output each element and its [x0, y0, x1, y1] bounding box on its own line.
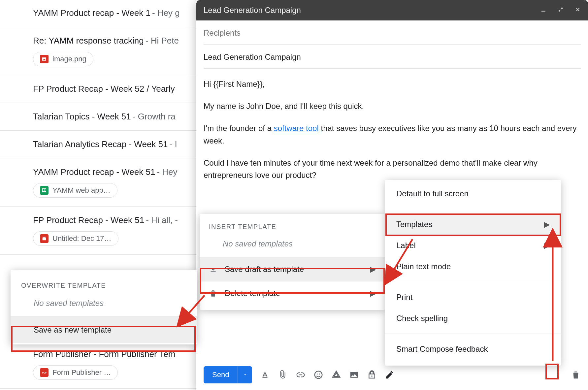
download-icon	[209, 265, 217, 274]
templates-submenu: INSERT TEMPLATE No saved templates Save …	[200, 214, 385, 310]
email-preview: - Hey	[157, 167, 177, 177]
compose-body[interactable]: Hi {{First Name}}, My name is John Doe, …	[204, 69, 581, 181]
overwrite-empty: No saved templates	[11, 294, 197, 316]
signature-icon[interactable]	[385, 370, 395, 380]
email-row[interactable]: FP Product Recap - Week 51 - Hi all, - U…	[0, 207, 201, 255]
email-row[interactable]: YAMM Product recap - Week 51 - Hey YAMM …	[0, 158, 201, 207]
email-subject: FP Product Recap - Week 52 / Yearly	[33, 84, 175, 94]
send-dropdown-icon[interactable]	[238, 366, 252, 383]
discard-icon[interactable]	[571, 370, 581, 380]
menu-plain-text[interactable]: Plain text mode	[385, 256, 561, 277]
chevron-right-icon: ▶	[544, 241, 550, 250]
body-line: My name is John Doe, and I'll keep this …	[204, 100, 581, 112]
compose-header: Lead Generation Campaign	[196, 0, 588, 20]
photo-icon[interactable]	[349, 370, 359, 380]
confidential-icon[interactable]	[367, 370, 377, 380]
subject-field[interactable]: Lead Generation Campaign	[204, 45, 581, 69]
svg-point-5	[372, 375, 373, 377]
chevron-right-icon: ▶	[544, 220, 550, 229]
email-row[interactable]: Form Publisher - Form Publisher Tem PDF …	[0, 341, 201, 389]
svg-rect-1	[541, 11, 545, 11]
email-row[interactable]: Re: YAMM response tracking - Hi Pete ima…	[0, 27, 201, 75]
menu-templates[interactable]: Templates ▶	[385, 214, 561, 235]
email-row[interactable]: YAMM Product recap - Week 1 - Hey g	[0, 0, 201, 27]
image-icon	[40, 55, 49, 63]
body-line: I'm the founder of a software tool that …	[204, 122, 581, 146]
software-tool-link[interactable]: software tool	[274, 124, 319, 133]
drive-icon[interactable]	[331, 370, 341, 380]
video-icon	[40, 234, 49, 243]
templates-header: INSERT TEMPLATE	[200, 218, 385, 235]
attachment-chip[interactable]: image.png	[33, 52, 93, 66]
email-preview: - Growth ra	[133, 112, 176, 121]
email-preview: - Hi Pete	[146, 36, 179, 46]
menu-print[interactable]: Print	[385, 287, 561, 308]
attachment-label: image.png	[52, 55, 86, 63]
chevron-right-icon: ▶	[370, 289, 376, 298]
templates-empty: No saved templates	[200, 235, 385, 257]
email-preview: - Hi all, -	[146, 215, 178, 225]
attachment-chip[interactable]: YAMM web app…	[33, 183, 117, 198]
minimize-icon[interactable]	[540, 7, 546, 14]
menu-default-fullscreen[interactable]: Default to full screen	[385, 183, 561, 204]
chevron-right-icon: ▶	[370, 265, 376, 274]
svg-point-8	[557, 377, 559, 378]
sheets-icon	[40, 186, 49, 195]
email-subject: FP Product Recap - Week 51	[33, 215, 144, 225]
recipients-field[interactable]: Recipients	[204, 20, 581, 45]
send-label: Send	[204, 366, 238, 383]
compose-title: Lead Generation Campaign	[204, 6, 301, 15]
menu-save-as-new-template[interactable]: Save as new template	[11, 317, 197, 343]
attachment-label: Untitled: Dec 17…	[52, 234, 112, 243]
email-subject: Talarian Analytics Recap - Week 51	[33, 139, 168, 149]
send-button[interactable]: Send	[204, 366, 252, 383]
pdf-icon: PDF	[40, 368, 49, 377]
more-options-icon[interactable]	[553, 370, 563, 380]
close-icon[interactable]	[575, 7, 581, 14]
svg-point-7	[557, 374, 559, 376]
trash-icon	[209, 289, 217, 298]
formatting-icon[interactable]	[260, 370, 270, 380]
menu-save-draft-template[interactable]: Save draft as template ▶	[200, 257, 385, 281]
menu-delete-template[interactable]: Delete template ▶	[200, 281, 385, 305]
link-icon[interactable]	[296, 370, 306, 380]
attach-icon[interactable]	[278, 370, 288, 380]
svg-point-6	[557, 371, 559, 373]
attachment-chip[interactable]: PDF Form Publisher …	[33, 365, 118, 380]
email-row[interactable]: FP Product Recap - Week 52 / Yearly	[0, 75, 201, 103]
email-preview: - Hey g	[152, 8, 180, 18]
overwrite-submenu: OVERWRITE TEMPLATE No saved templates Sa…	[11, 270, 197, 344]
email-preview: - I	[170, 139, 177, 149]
attachment-label: YAMM web app…	[52, 186, 111, 195]
attachment-label: Form Publisher …	[52, 368, 111, 377]
svg-text:PDF: PDF	[42, 372, 47, 374]
email-row[interactable]: Talarian Analytics Recap - Week 51 - I	[0, 131, 201, 158]
svg-point-3	[317, 374, 318, 374]
more-options-menu: Default to full screen Templates ▶ Label…	[385, 180, 561, 366]
body-line: Could I have ten minutes of your time ne…	[204, 157, 581, 181]
menu-label[interactable]: Label ▶	[385, 235, 561, 256]
body-line: Hi {{First Name}},	[204, 78, 581, 90]
email-subject: YAMM Product recap - Week 51	[33, 167, 155, 177]
email-subject: Talarian Topics - Week 51	[33, 112, 131, 121]
attachment-chip[interactable]: Untitled: Dec 17…	[33, 231, 118, 246]
email-row[interactable]: Talarian Topics - Week 51 - Growth ra	[0, 103, 201, 131]
emoji-icon[interactable]	[313, 370, 323, 380]
fullscreen-icon[interactable]	[558, 7, 564, 14]
email-subject: Form Publisher - Form Publisher Tem	[33, 349, 176, 359]
menu-check-spelling[interactable]: Check spelling	[385, 308, 561, 329]
svg-point-2	[315, 371, 322, 379]
svg-point-4	[319, 374, 320, 374]
overwrite-header: OVERWRITE TEMPLATE	[11, 276, 197, 294]
email-subject: Re: YAMM response tracking	[33, 36, 144, 46]
menu-smart-compose[interactable]: Smart Compose feedback	[385, 339, 561, 360]
email-subject: YAMM Product recap - Week 1	[33, 8, 150, 18]
